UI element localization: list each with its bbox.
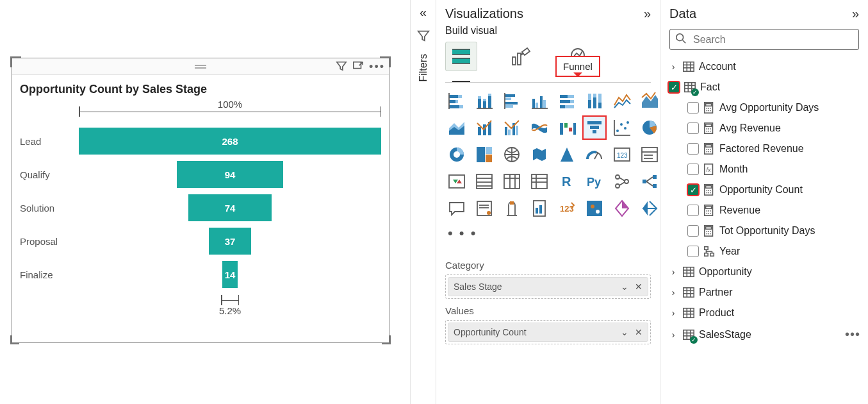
more-options-icon[interactable]: ••• [369,60,385,75]
field-revenue[interactable]: Revenue [666,200,863,221]
table-partner[interactable]: › Partner [666,282,863,303]
field-checkbox[interactable] [687,164,699,175]
svg-rect-51 [532,99,535,108]
viz-power-apps[interactable]: 123 [555,197,578,220]
funnel-bar[interactable]: 37 [209,228,250,255]
viz-line-clustered-column[interactable] [500,116,523,139]
viz-paginated-report[interactable] [528,197,551,220]
funnel-row[interactable]: Proposal37 [20,224,381,258]
viz-smart-narrative[interactable] [473,197,496,220]
viz-clustered-bar[interactable] [500,89,523,112]
funnel-bar[interactable]: 94 [177,161,283,188]
viz-clustered-column[interactable] [528,89,551,112]
viz-stacked-bar[interactable] [445,89,468,112]
viz-filled-map[interactable] [528,143,551,166]
filter-icon[interactable] [336,60,347,75]
funnel-bar[interactable]: 74 [188,194,272,221]
category-well[interactable]: Sales Stage ⌄ ✕ [445,274,651,299]
values-well[interactable]: Opportunity Count ⌄ ✕ [445,320,651,344]
table-salesstage[interactable]: › ✓ SalesStage ••• [666,323,863,346]
viz-line[interactable] [610,89,634,112]
filters-pane-collapsed[interactable]: « Filters [411,0,436,404]
viz-azure-map[interactable] [555,143,578,166]
field-checkbox[interactable] [687,143,699,155]
viz-key-influencers[interactable] [610,170,634,193]
viz-treemap[interactable] [473,143,496,166]
table-opportunity[interactable]: › Opportunity [666,262,863,282]
viz-multirow-card[interactable] [638,143,661,166]
viz-decomposition-tree[interactable] [638,170,661,193]
viz-map[interactable] [500,143,523,166]
field-avg-opportunity-days[interactable]: Avg Opportunity Days [666,97,863,118]
viz-slicer[interactable] [473,170,496,193]
expand-filters-icon[interactable]: « [420,5,427,20]
field-factored-revenue[interactable]: Factored Revenue [666,139,863,159]
viz-kpi[interactable] [445,170,468,193]
viz-stacked-column[interactable] [473,89,496,112]
field-checkbox[interactable] [687,205,699,216]
build-visual-tab[interactable] [445,42,477,71]
funnel-row[interactable]: Lead268 [20,124,381,158]
viz-stacked-area[interactable] [445,116,468,139]
funnel-row[interactable]: Qualify94 [20,158,381,191]
funnel-bar[interactable]: 14 [222,261,238,288]
funnel-visual[interactable]: ••• Opportunity Count by Sales Stage 100… [12,58,389,343]
drag-grip-icon[interactable] [195,65,206,69]
viz-area[interactable] [638,89,661,112]
visual-header[interactable]: ••• [12,58,389,75]
remove-field-icon[interactable]: ✕ [635,327,643,337]
field-month[interactable]: Month [666,159,863,180]
table-product[interactable]: › Product [666,303,863,323]
funnel-row[interactable]: Finalize14 [20,258,381,291]
viz-100-stacked-column[interactable] [583,89,606,112]
viz-qna[interactable] [445,197,468,220]
table-checkbox[interactable]: ✓ [668,81,680,93]
viz-scatter[interactable] [610,116,634,139]
chevron-down-icon[interactable]: ⌄ [621,327,628,337]
field-checkbox[interactable] [687,102,699,114]
chevron-down-icon[interactable]: ⌄ [621,282,628,292]
viz-pie[interactable] [638,116,661,139]
field-year[interactable]: Year [666,241,863,262]
viz-matrix[interactable] [528,170,551,193]
viz-python[interactable]: Py [583,170,606,193]
data-search[interactable] [669,29,859,50]
funnel-row[interactable]: Solution74 [20,191,381,224]
viz-donut[interactable] [445,143,468,166]
field-checkbox[interactable]: ✓ [687,184,699,196]
viz-arcgis[interactable] [583,197,606,220]
viz-card[interactable]: 123 [610,143,634,166]
svg-rect-135 [539,205,542,214]
svg-rect-79 [587,121,602,124]
viz-r[interactable]: R [555,170,578,193]
table-fact[interactable]: ✓ ✓ Fact [666,77,863,97]
viz-ribbon[interactable] [528,116,551,139]
viz-waterfall[interactable] [555,116,578,139]
table-account[interactable]: › Account [666,56,863,77]
viz-goals[interactable] [500,197,523,220]
viz-line-stacked-column[interactable] [473,116,496,139]
values-chip[interactable]: Opportunity Count ⌄ ✕ [448,323,648,342]
viz-funnel[interactable] [583,116,606,139]
gallery-more-icon[interactable]: • • • [436,221,660,246]
field-avg-revenue[interactable]: Avg Revenue [666,118,863,139]
collapse-viz-icon[interactable]: » [644,6,651,21]
funnel-bar[interactable]: 268 [79,128,381,155]
remove-field-icon[interactable]: ✕ [635,282,643,292]
viz-get-more[interactable] [638,197,661,220]
viz-100-stacked-bar[interactable] [555,89,578,112]
viz-gauge[interactable] [583,143,606,166]
search-input[interactable] [692,33,853,46]
viz-power-automate[interactable] [610,197,634,220]
field-checkbox[interactable] [687,225,699,237]
more-options-icon[interactable]: ••• [845,327,860,342]
field-checkbox[interactable] [687,246,699,257]
collapse-data-icon[interactable]: » [852,6,859,21]
focus-mode-icon[interactable] [352,60,364,75]
field-tot-opportunity-days[interactable]: Tot Opportunity Days [666,221,863,241]
viz-table[interactable] [500,170,523,193]
field-opportunity-count[interactable]: ✓ Opportunity Count [666,180,863,200]
field-checkbox[interactable] [687,122,699,134]
category-chip[interactable]: Sales Stage ⌄ ✕ [448,277,648,296]
format-visual-tab[interactable] [504,42,536,71]
